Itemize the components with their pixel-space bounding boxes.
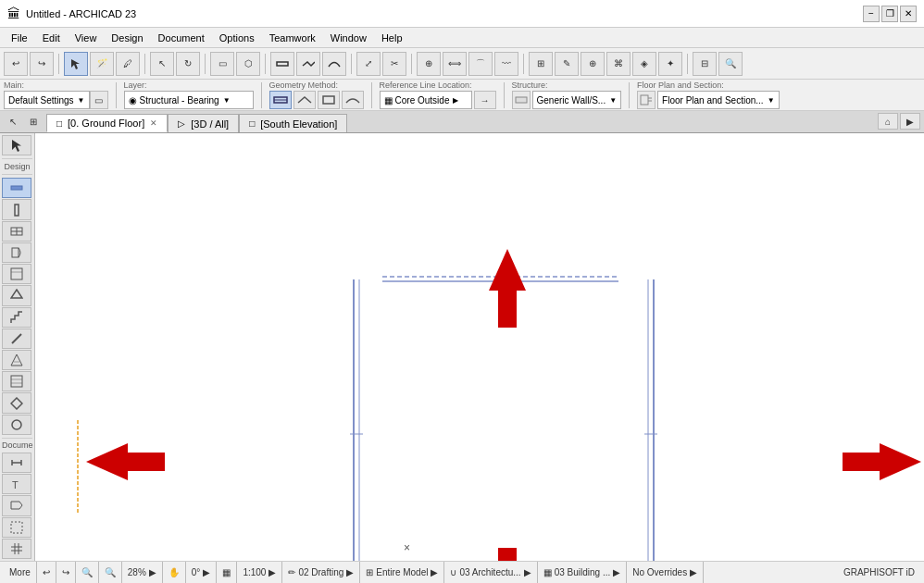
snap-guide[interactable]: ⊕	[417, 52, 441, 76]
floorplan-icon-btn[interactable]	[637, 91, 656, 109]
column-tool[interactable]	[2, 199, 31, 219]
polygon-tool[interactable]: ⬡	[236, 52, 260, 76]
rotate-view[interactable]: ↻	[176, 52, 200, 76]
geo-method-4[interactable]	[342, 91, 364, 109]
menu-design[interactable]: Design	[104, 31, 150, 45]
magic-wand-tool[interactable]: 🪄	[90, 52, 114, 76]
minimize-button[interactable]: −	[863, 6, 880, 22]
tool-d[interactable]: ⌘	[606, 52, 631, 76]
structure-icon-btn[interactable]	[512, 91, 531, 109]
menu-file[interactable]: File	[4, 31, 35, 45]
menu-edit[interactable]: Edit	[35, 31, 68, 45]
select-cursor-tool[interactable]	[2, 135, 31, 155]
status-redo[interactable]: ↪	[56, 562, 76, 583]
view-options[interactable]: 🔍	[718, 52, 743, 76]
tool-c[interactable]: ⊕	[581, 52, 605, 76]
geo-method-2[interactable]	[293, 91, 316, 109]
geo-method-1[interactable]	[269, 91, 292, 109]
display-options[interactable]: ⊟	[693, 52, 717, 76]
pen-set-control[interactable]: ✏ 02 Drafting ▶	[282, 562, 360, 583]
mesh-tool[interactable]	[2, 392, 31, 413]
model-value: Entire Model	[376, 567, 428, 577]
select-tool[interactable]	[64, 52, 88, 76]
menu-teamwork[interactable]: Teamwork	[262, 31, 323, 45]
pan-btn[interactable]: ✋	[163, 562, 186, 583]
dimension-tool[interactable]: ⟺	[443, 52, 467, 76]
zone-tool[interactable]	[2, 517, 31, 538]
menu-document[interactable]: Document	[151, 31, 212, 45]
main-settings-btn[interactable]: ▭	[90, 91, 108, 109]
tab-ground-floor[interactable]: □ [0. Ground Floor] ✕	[46, 114, 168, 132]
window-tool[interactable]	[2, 221, 31, 242]
tool-e[interactable]: ◈	[632, 52, 656, 76]
stretch-tool[interactable]: ⤢	[356, 52, 381, 76]
door-tool[interactable]	[2, 242, 31, 263]
main-dropdown-arrow: ▼	[78, 96, 85, 105]
floorplan-group: Floor Plan and Section: Floor Plan and S…	[637, 81, 779, 109]
status-undo[interactable]: ↩	[37, 562, 56, 583]
tab-grid-btn[interactable]: ⊞	[24, 113, 43, 130]
zoom-out-btn[interactable]: 🔍	[76, 562, 99, 583]
restore-button[interactable]: ❐	[881, 6, 898, 22]
tool-f[interactable]: ✦	[658, 52, 682, 76]
scale-control[interactable]: 1:100 ▶	[237, 562, 282, 583]
geo-method-3[interactable]	[318, 91, 340, 109]
menu-view[interactable]: View	[68, 31, 105, 45]
slab-tool[interactable]	[2, 264, 31, 284]
wall-tool[interactable]	[2, 178, 31, 198]
tab-floor-icon: □	[56, 118, 62, 129]
curve-tool[interactable]: ⌒	[468, 52, 493, 76]
roof-tool[interactable]	[2, 285, 31, 305]
diagonal-tool[interactable]	[2, 329, 31, 349]
rectangle-tool[interactable]: ▭	[210, 52, 234, 76]
arrow-tool[interactable]: ↖	[150, 52, 174, 76]
filter-control[interactable]: ∪ 03 Architectu... ▶	[444, 562, 537, 583]
model-view-control[interactable]: ⊞ Entire Model ▶	[360, 562, 444, 583]
tool-a[interactable]: ⊞	[529, 52, 553, 76]
undo-button[interactable]: ↩	[4, 52, 28, 76]
stair-tool[interactable]	[2, 307, 31, 328]
zoom-in-btn[interactable]: 🔍	[99, 562, 122, 583]
zoom-level[interactable]: 28% ▶	[122, 562, 163, 583]
refline-dropdown-arrow: ▶	[453, 96, 458, 105]
refline-btn[interactable]: →	[474, 91, 496, 109]
menu-window[interactable]: Window	[323, 31, 374, 45]
redo-button[interactable]: ↪	[30, 52, 54, 76]
design-section-label: Design	[2, 158, 32, 175]
refline-dropdown[interactable]: ▦ Core Outside ▶	[380, 91, 472, 109]
arc-wall[interactable]	[322, 52, 346, 76]
angle-control[interactable]: 0° ▶	[186, 562, 218, 583]
tab-nav-btn[interactable]: ▶	[900, 113, 920, 130]
trim-tool[interactable]: ✂	[382, 52, 406, 76]
hatch-tool[interactable]	[2, 371, 31, 391]
layer-dropdown[interactable]: ◉ Structural - Bearing ▼	[124, 91, 254, 109]
text-tool[interactable]: T	[2, 474, 31, 494]
tab-ground-floor-close[interactable]: ✕	[150, 118, 157, 128]
freehand-tool[interactable]: 〰	[494, 52, 518, 76]
eyedropper-tool[interactable]: 🖊	[116, 52, 140, 76]
canvas[interactable]: ×	[35, 133, 924, 561]
straight-wall[interactable]	[270, 52, 294, 76]
dimension-tool-lt[interactable]	[2, 453, 31, 473]
fill-tool[interactable]	[2, 350, 31, 370]
chain-wall[interactable]	[296, 52, 320, 76]
grid-tool[interactable]	[2, 539, 31, 559]
tab-back-btn[interactable]: ↖	[4, 113, 22, 130]
override-control[interactable]: No Overrides ▶	[627, 562, 704, 583]
menu-help[interactable]: Help	[374, 31, 410, 45]
label-tool[interactable]	[2, 495, 31, 515]
tool-b[interactable]: ✎	[555, 52, 579, 76]
menu-options[interactable]: Options	[212, 31, 262, 45]
tab-south-elevation[interactable]: □ [South Elevation]	[239, 114, 347, 132]
tab-3d-all[interactable]: ▷ [3D / All]	[168, 114, 239, 132]
close-button[interactable]: ✕	[900, 6, 917, 22]
main-dropdown[interactable]: Default Settings ▼	[4, 91, 90, 109]
object-tool[interactable]	[2, 415, 31, 435]
more-button[interactable]: More	[4, 562, 37, 583]
layer-combo-control[interactable]: ▦ 03 Building ... ▶	[538, 562, 628, 583]
layer-icon-status[interactable]: ▦	[217, 562, 237, 583]
structure-dropdown[interactable]: Generic Wall/S... ▼	[532, 91, 622, 109]
floorplan-dropdown[interactable]: Floor Plan and Section... ▼	[657, 91, 779, 109]
model-icon: ⊞	[366, 567, 373, 577]
tab-home-btn[interactable]: ⌂	[878, 113, 898, 130]
